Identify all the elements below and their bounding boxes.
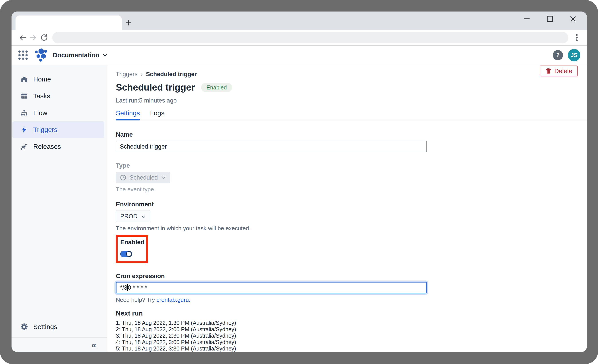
browser-tab-strip — [11, 11, 587, 30]
page-title: Scheduled trigger — [116, 82, 195, 93]
chevron-down-icon[interactable] — [102, 52, 108, 58]
screenshot-frame: Documentation ? JS Home Tasks — [0, 0, 598, 364]
sidebar-item-label: Flow — [33, 109, 47, 117]
collapse-sidebar-icon[interactable]: « — [91, 340, 96, 349]
toggle-knob — [126, 251, 132, 257]
rocket-icon — [20, 142, 28, 151]
sidebar: Home Tasks Flow — [11, 65, 108, 352]
sidebar-item-label: Releases — [33, 143, 61, 150]
next-run-entry: 5: Thu, 18 Aug 2022, 3:30 PM (Australia/… — [116, 345, 580, 352]
tab-settings[interactable]: Settings — [116, 109, 140, 120]
avatar-initials: JS — [571, 52, 578, 58]
app-header: Documentation ? JS — [11, 46, 587, 65]
sidebar-item-label: Triggers — [33, 126, 57, 133]
tabs-divider — [116, 120, 587, 120]
sidebar-item-label: Settings — [33, 323, 57, 331]
next-run-label: Next run — [116, 310, 580, 317]
maximize-button[interactable] — [545, 14, 555, 24]
avatar[interactable]: JS — [568, 49, 580, 61]
sidebar-item-label: Home — [33, 75, 51, 83]
next-run-entry: 1: Thu, 18 Aug 2022, 1:30 PM (Australia/… — [116, 320, 580, 326]
breadcrumb-parent[interactable]: Triggers — [116, 71, 138, 78]
back-button[interactable] — [17, 32, 28, 43]
environment-help-text: The environment in which your task will … — [116, 225, 580, 232]
environment-label: Environment — [116, 201, 580, 208]
close-button[interactable] — [568, 14, 578, 24]
clock-icon — [120, 174, 126, 181]
back-arrow-icon — [19, 34, 27, 42]
forward-button[interactable] — [28, 32, 39, 43]
gear-icon — [20, 323, 28, 331]
browser-tab[interactable] — [16, 16, 122, 30]
environment-select[interactable]: PROD — [116, 211, 150, 222]
url-bar[interactable] — [52, 32, 568, 43]
delete-button[interactable]: Delete — [540, 66, 578, 76]
title-row: Scheduled trigger Enabled — [116, 82, 580, 93]
chevron-down-icon — [161, 175, 166, 180]
chevron-down-icon — [141, 214, 146, 219]
cron-help-prefix: Need help? Try — [116, 297, 157, 303]
environment-select-value: PROD — [120, 213, 138, 220]
status-badge: Enabled — [201, 83, 232, 92]
sidebar-bottom: Settings « — [11, 318, 107, 352]
sidebar-item-tasks[interactable]: Tasks — [12, 88, 104, 105]
name-input-value: Scheduled trigger — [120, 143, 167, 150]
enabled-label: Enabled — [120, 239, 143, 246]
name-label: Name — [116, 131, 580, 138]
annotation-highlight-box: Enabled — [116, 235, 148, 263]
delete-button-label: Delete — [554, 67, 572, 74]
close-icon — [570, 16, 576, 22]
next-run-entry: 4: Thu, 18 Aug 2022, 3:00 PM (Australia/… — [116, 339, 580, 345]
next-run-entry: 2: Thu, 18 Aug 2022, 2:00 PM (Australia/… — [116, 326, 580, 332]
sidebar-item-flow[interactable]: Flow — [12, 105, 104, 121]
plus-icon — [125, 19, 132, 26]
type-select-value: Scheduled — [130, 174, 158, 181]
next-run-entry: 3: Thu, 18 Aug 2022, 2:30 PM (Australia/… — [116, 332, 580, 339]
flow-icon — [20, 109, 28, 117]
cron-input-value-before-cursor: */3 — [120, 284, 127, 291]
crontab-guru-link[interactable]: crontab.guru. — [157, 297, 191, 303]
tab-logs[interactable]: Logs — [150, 109, 164, 120]
type-help-text: The event type. — [116, 186, 580, 193]
minimize-button[interactable] — [522, 14, 532, 24]
sidebar-collapse-row: « — [11, 338, 107, 352]
sidebar-item-settings[interactable]: Settings — [12, 318, 104, 335]
main-content: Delete Triggers › Scheduled trigger Sche… — [108, 65, 587, 352]
help-button[interactable]: ? — [553, 50, 563, 60]
trash-icon — [545, 68, 552, 74]
app-body: Home Tasks Flow — [11, 65, 587, 352]
cron-input[interactable]: */30 * * * * — [116, 282, 427, 293]
next-run-list: 1: Thu, 18 Aug 2022, 1:30 PM (Australia/… — [116, 320, 580, 352]
refresh-icon — [40, 33, 48, 42]
breadcrumb: Triggers › Scheduled trigger — [116, 71, 580, 78]
tasks-icon — [20, 92, 28, 100]
maximize-icon — [547, 16, 553, 22]
window-controls — [522, 11, 578, 26]
browser-menu-button[interactable] — [572, 32, 581, 43]
sidebar-item-label: Tasks — [33, 92, 50, 100]
enabled-toggle[interactable] — [120, 251, 132, 257]
cron-help-text: Need help? Try crontab.guru. — [116, 297, 580, 303]
forward-arrow-icon — [29, 34, 37, 42]
sidebar-item-releases[interactable]: Releases — [12, 138, 104, 155]
browser-navbar — [11, 30, 587, 46]
sidebar-item-triggers[interactable]: Triggers — [12, 121, 104, 138]
new-tab-button[interactable] — [122, 16, 135, 30]
breadcrumb-separator-icon: › — [141, 71, 143, 78]
apps-grid-icon[interactable] — [18, 50, 28, 60]
type-select: Scheduled — [116, 172, 170, 183]
content-tabs: Settings Logs — [116, 109, 580, 120]
kebab-menu-icon — [576, 33, 578, 42]
browser-window: Documentation ? JS Home Tasks — [11, 11, 587, 352]
name-input[interactable]: Scheduled trigger — [116, 141, 427, 152]
type-label: Type — [116, 162, 580, 169]
minimize-icon — [523, 15, 531, 22]
workspace-name[interactable]: Documentation — [53, 52, 100, 59]
refresh-button[interactable] — [39, 32, 49, 43]
home-icon — [20, 75, 28, 83]
sidebar-item-home[interactable]: Home — [12, 71, 104, 88]
cron-input-value-after-cursor: 0 * * * * — [128, 284, 147, 291]
last-run-text: Last run:5 minutes ago — [116, 97, 580, 104]
cron-label: Cron expression — [116, 273, 580, 280]
lightning-icon — [20, 125, 28, 134]
